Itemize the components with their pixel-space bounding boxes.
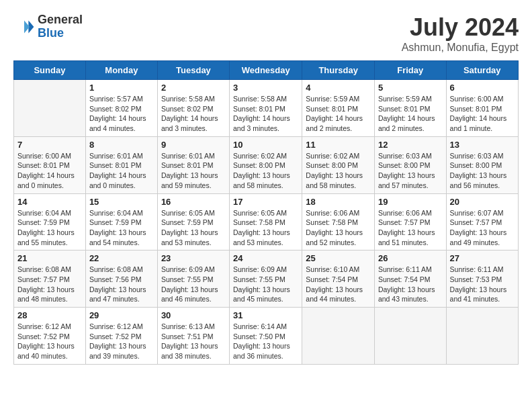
calendar-cell: 23Sunrise: 6:09 AMSunset: 7:55 PMDayligh…: [157, 250, 229, 308]
day-info: Sunrise: 6:13 AMSunset: 7:51 PMDaylight:…: [161, 322, 226, 361]
day-info: Sunrise: 6:12 AMSunset: 7:52 PMDaylight:…: [17, 322, 82, 361]
day-info: Sunrise: 6:12 AMSunset: 7:52 PMDaylight:…: [89, 322, 154, 361]
weekday-header-row: SundayMondayTuesdayWednesdayThursdayFrid…: [14, 61, 519, 80]
month-title: July 2024: [402, 13, 519, 42]
calendar-cell: 2Sunrise: 5:58 AMSunset: 8:02 PMDaylight…: [157, 80, 229, 137]
day-number: 10: [233, 140, 298, 150]
day-info: Sunrise: 6:11 AMSunset: 7:54 PMDaylight:…: [378, 265, 443, 304]
week-row-4: 21Sunrise: 6:08 AMSunset: 7:57 PMDayligh…: [14, 250, 519, 308]
calendar-cell: 10Sunrise: 6:02 AMSunset: 8:00 PMDayligh…: [230, 136, 302, 193]
calendar-cell: 12Sunrise: 6:03 AMSunset: 8:00 PMDayligh…: [374, 136, 446, 193]
calendar-cell: 20Sunrise: 6:07 AMSunset: 7:57 PMDayligh…: [446, 193, 518, 250]
calendar-cell: [302, 308, 375, 365]
week-row-1: 1Sunrise: 5:57 AMSunset: 8:02 PMDaylight…: [14, 80, 519, 137]
day-number: 8: [89, 140, 154, 150]
day-number: 25: [306, 253, 371, 263]
weekday-header-tuesday: Tuesday: [157, 61, 229, 80]
calendar-cell: 27Sunrise: 6:11 AMSunset: 7:53 PMDayligh…: [446, 250, 518, 308]
calendar-cell: 24Sunrise: 6:09 AMSunset: 7:55 PMDayligh…: [230, 250, 302, 308]
day-number: 12: [378, 140, 443, 150]
logo-icon: [13, 16, 35, 38]
calendar-cell: 4Sunrise: 5:59 AMSunset: 8:01 PMDaylight…: [302, 80, 375, 137]
calendar-cell: 3Sunrise: 5:58 AMSunset: 8:01 PMDaylight…: [230, 80, 302, 137]
day-info: Sunrise: 6:11 AMSunset: 7:53 PMDaylight:…: [450, 265, 515, 304]
day-number: 24: [233, 253, 298, 263]
calendar-cell: 11Sunrise: 6:02 AMSunset: 8:00 PMDayligh…: [302, 136, 375, 193]
day-number: 30: [161, 310, 226, 320]
day-number: 14: [17, 197, 82, 207]
weekday-header-thursday: Thursday: [302, 61, 375, 80]
day-number: 17: [233, 197, 298, 207]
calendar-cell: [14, 80, 86, 137]
day-info: Sunrise: 5:59 AMSunset: 8:01 PMDaylight:…: [378, 94, 443, 134]
calendar-cell: 13Sunrise: 6:03 AMSunset: 8:00 PMDayligh…: [446, 136, 518, 193]
day-info: Sunrise: 6:00 AMSunset: 8:01 PMDaylight:…: [450, 94, 515, 134]
day-info: Sunrise: 6:14 AMSunset: 7:50 PMDaylight:…: [233, 322, 298, 361]
day-info: Sunrise: 6:04 AMSunset: 7:59 PMDaylight:…: [89, 208, 154, 248]
week-row-2: 7Sunrise: 6:00 AMSunset: 8:01 PMDaylight…: [14, 136, 519, 193]
day-info: Sunrise: 5:57 AMSunset: 8:02 PMDaylight:…: [89, 94, 154, 134]
calendar-cell: 21Sunrise: 6:08 AMSunset: 7:57 PMDayligh…: [14, 250, 86, 308]
day-info: Sunrise: 6:04 AMSunset: 7:59 PMDaylight:…: [17, 208, 82, 248]
week-row-5: 28Sunrise: 6:12 AMSunset: 7:52 PMDayligh…: [14, 308, 519, 365]
day-info: Sunrise: 6:09 AMSunset: 7:55 PMDaylight:…: [161, 265, 226, 304]
logo-text: General Blue: [38, 13, 83, 40]
calendar-cell: 1Sunrise: 5:57 AMSunset: 8:02 PMDaylight…: [85, 80, 157, 137]
day-number: 21: [17, 253, 82, 263]
day-info: Sunrise: 6:01 AMSunset: 8:01 PMDaylight:…: [89, 151, 154, 191]
calendar-cell: 19Sunrise: 6:06 AMSunset: 7:57 PMDayligh…: [374, 193, 446, 250]
day-info: Sunrise: 5:58 AMSunset: 8:01 PMDaylight:…: [233, 94, 298, 134]
calendar-cell: 30Sunrise: 6:13 AMSunset: 7:51 PMDayligh…: [157, 308, 229, 365]
day-number: 22: [89, 253, 154, 263]
calendar-cell: 22Sunrise: 6:08 AMSunset: 7:56 PMDayligh…: [85, 250, 157, 308]
day-number: 1: [89, 83, 154, 93]
day-info: Sunrise: 5:59 AMSunset: 8:01 PMDaylight:…: [306, 94, 371, 134]
calendar-cell: 8Sunrise: 6:01 AMSunset: 8:01 PMDaylight…: [85, 136, 157, 193]
calendar-table: SundayMondayTuesdayWednesdayThursdayFrid…: [13, 60, 519, 365]
day-info: Sunrise: 6:10 AMSunset: 7:54 PMDaylight:…: [306, 265, 371, 304]
day-info: Sunrise: 6:03 AMSunset: 8:00 PMDaylight:…: [378, 151, 443, 191]
day-number: 28: [17, 310, 82, 320]
day-info: Sunrise: 6:08 AMSunset: 7:57 PMDaylight:…: [17, 265, 82, 304]
day-info: Sunrise: 6:02 AMSunset: 8:00 PMDaylight:…: [233, 151, 298, 191]
calendar-cell: 31Sunrise: 6:14 AMSunset: 7:50 PMDayligh…: [230, 308, 302, 365]
calendar-cell: 29Sunrise: 6:12 AMSunset: 7:52 PMDayligh…: [85, 308, 157, 365]
day-info: Sunrise: 6:06 AMSunset: 7:57 PMDaylight:…: [378, 208, 443, 248]
calendar-cell: 25Sunrise: 6:10 AMSunset: 7:54 PMDayligh…: [302, 250, 375, 308]
day-number: 18: [306, 197, 371, 207]
day-info: Sunrise: 6:00 AMSunset: 8:01 PMDaylight:…: [17, 151, 82, 191]
day-info: Sunrise: 6:09 AMSunset: 7:55 PMDaylight:…: [233, 265, 298, 304]
calendar-cell: 28Sunrise: 6:12 AMSunset: 7:52 PMDayligh…: [14, 308, 86, 365]
calendar-cell: 18Sunrise: 6:06 AMSunset: 7:58 PMDayligh…: [302, 193, 375, 250]
day-number: 20: [450, 197, 515, 207]
day-number: 15: [89, 197, 154, 207]
day-number: 29: [89, 310, 154, 320]
weekday-header-sunday: Sunday: [14, 61, 86, 80]
day-number: 16: [161, 197, 226, 207]
calendar-cell: 14Sunrise: 6:04 AMSunset: 7:59 PMDayligh…: [14, 193, 86, 250]
day-info: Sunrise: 6:03 AMSunset: 8:00 PMDaylight:…: [450, 151, 515, 191]
day-info: Sunrise: 6:06 AMSunset: 7:58 PMDaylight:…: [306, 208, 371, 248]
day-info: Sunrise: 6:05 AMSunset: 7:58 PMDaylight:…: [233, 208, 298, 248]
calendar-cell: 16Sunrise: 6:05 AMSunset: 7:59 PMDayligh…: [157, 193, 229, 250]
day-number: 3: [233, 83, 298, 93]
day-number: 6: [450, 83, 515, 93]
calendar-cell: 15Sunrise: 6:04 AMSunset: 7:59 PMDayligh…: [85, 193, 157, 250]
day-number: 4: [306, 83, 371, 93]
day-number: 2: [161, 83, 226, 93]
weekday-header-friday: Friday: [374, 61, 446, 80]
day-number: 7: [17, 140, 82, 150]
calendar-cell: 9Sunrise: 6:01 AMSunset: 8:01 PMDaylight…: [157, 136, 229, 193]
day-info: Sunrise: 6:05 AMSunset: 7:59 PMDaylight:…: [161, 208, 226, 248]
calendar-cell: 6Sunrise: 6:00 AMSunset: 8:01 PMDaylight…: [446, 80, 518, 137]
weekday-header-monday: Monday: [85, 61, 157, 80]
day-number: 19: [378, 197, 443, 207]
calendar-cell: 5Sunrise: 5:59 AMSunset: 8:01 PMDaylight…: [374, 80, 446, 137]
day-number: 11: [306, 140, 371, 150]
page-header: General Blue July 2024 Ashmun, Monufia, …: [13, 13, 519, 54]
day-number: 26: [378, 253, 443, 263]
calendar-cell: [446, 308, 518, 365]
day-number: 31: [233, 310, 298, 320]
calendar-cell: 7Sunrise: 6:00 AMSunset: 8:01 PMDaylight…: [14, 136, 86, 193]
day-number: 13: [450, 140, 515, 150]
